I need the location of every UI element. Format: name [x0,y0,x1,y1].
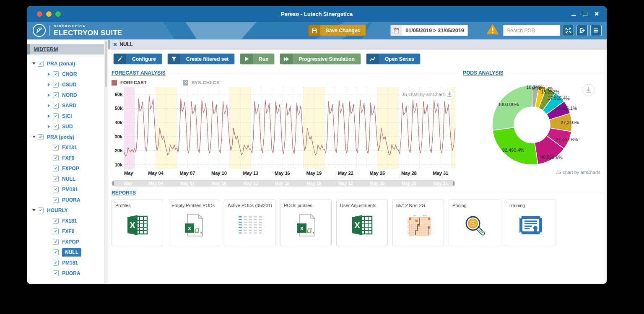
tree-item-pm181[interactable]: ✓PM181 [27,184,108,195]
checkbox-icon[interactable]: ✓ [38,61,44,67]
minimize-icon[interactable] [571,15,576,16]
report-card-user-adjustments[interactable]: User Adjustments X [336,200,388,246]
tree-item-fxf0[interactable]: ✓FXF0 [27,226,108,236]
tree-item-null[interactable]: ✓NULL [27,247,108,257]
checkbox-icon[interactable]: ✓ [53,176,59,182]
wand-icon [114,54,126,64]
save-changes-button[interactable]: Save Changes [308,25,366,36]
collapse-arrow-icon[interactable] [31,209,36,211]
checkbox-icon[interactable]: ✓ [53,124,59,130]
tree-item-csud[interactable]: ✓CSUD [27,79,108,90]
tree-item-sard[interactable]: ✓SARD [27,100,108,111]
menu-button[interactable] [590,25,602,36]
report-card-profiles[interactable]: Profiles X [112,200,163,246]
collapse-arrow-icon[interactable] [31,62,36,65]
checkbox-icon[interactable]: ✓ [53,71,59,77]
logout-button[interactable] [576,25,588,36]
search-pod-input[interactable] [503,25,560,36]
checkbox-icon[interactable]: ✓ [53,103,59,109]
create-filtered-set-button[interactable]: Create filtered set [167,53,235,65]
report-card-pricing[interactable]: Pricing $ [449,200,500,246]
checkbox-icon[interactable]: ✓ [53,197,59,203]
sidebar-scrollbar[interactable] [104,40,108,283]
expand-arrow-icon[interactable] [46,93,52,97]
tree-item-pra-pods-[interactable]: ✓PRA (pods) [27,132,108,142]
configure-button[interactable]: Configure [113,53,162,65]
checkbox-icon[interactable]: ✓ [38,208,44,213]
tree-item-fxf0[interactable]: ✓FXF0 [27,153,108,163]
checkbox-icon[interactable]: ✓ [53,82,59,88]
filter-icon [168,54,180,64]
checkbox-icon[interactable]: ✓ [53,249,59,255]
checkbox-icon[interactable]: ✓ [53,166,59,171]
tree-item-fxpop[interactable]: ✓FXPOP [27,163,108,174]
tab-close-icon[interactable]: ✖ [113,42,117,47]
tree-item-sici[interactable]: ✓SICI [27,111,108,121]
sys-check-swatch-icon: ✕ [183,80,188,86]
warning-icon[interactable] [486,24,499,37]
checkbox-icon[interactable]: ✓ [53,113,59,119]
run-button[interactable]: Run [240,53,275,65]
report-card-pods-profiles[interactable]: PODs profiles x a, [280,200,332,246]
progressive-simulation-button[interactable]: Progressive Simulation [280,53,361,65]
tree-item-hourly[interactable]: ✓HOURLY [27,205,108,215]
tree-item-pm181[interactable]: ✓PM181 [27,257,108,268]
checkbox-icon[interactable]: ✓ [53,187,59,192]
svg-text:S: S [408,218,409,220]
report-card-active-pods-05-2019-[interactable]: Active PODs (05/2019) [224,200,275,246]
checkbox-icon[interactable]: ✓ [38,134,44,140]
checkbox-icon[interactable]: ✓ [53,239,59,245]
maximize-icon[interactable] [583,12,587,16]
checkbox-icon[interactable]: ✓ [53,92,59,98]
checkbox-icon[interactable]: ✓ [53,260,59,266]
tree-item-nord[interactable]: ✓NORD [27,90,108,100]
tree-item-sud[interactable]: ✓SUD [27,121,108,132]
tree-item-pra-zonal-[interactable]: ✓PRA (zonal) [27,58,108,69]
tree-item-fxpop[interactable]: ✓FXPOP [27,236,108,247]
report-card-empty-profiles-pods[interactable]: Empty Profiles PODs x a, [168,200,219,246]
expand-arrow-icon[interactable] [46,114,52,118]
scrollbar-right-handle[interactable] [453,181,454,186]
pods-donut-chart[interactable]: 10,349%11,380.3%15,252%17,915.4%19,685.1… [463,77,603,178]
forecast-line-chart[interactable]: 10k20k30k40k50k60kMayMay 04May 07May 10M… [112,87,457,179]
tab-null[interactable]: NULL [119,42,133,47]
date-range-input[interactable] [402,25,468,36]
forecast-legend-label: FORECAST [120,80,147,85]
tree-item-puora[interactable]: ✓PUORA [27,268,108,278]
report-card-training[interactable]: Training [505,200,556,246]
scrollbar-label: May 13 [243,181,258,186]
csv-icon: x a, [171,208,216,242]
fast-forward-icon [280,54,293,64]
tree-item-label: PM181 [62,187,78,192]
expand-arrow-icon[interactable] [46,125,52,128]
expand-arrow-icon[interactable] [46,104,52,107]
open-series-button[interactable]: Open Series [366,53,421,65]
report-cards: Profiles XEmpty Profiles PODs x a,Active… [112,200,602,246]
svg-text:T: T [408,227,409,229]
chart-zoom-scrollbar[interactable]: MayMay 04May 07May 10May 13May 16May 19M… [112,180,455,187]
fullscreen-button[interactable] [563,25,574,36]
expand-arrow-icon[interactable] [46,73,52,76]
tree-item-null[interactable]: ✓NULL [27,174,108,184]
checkbox-icon[interactable]: ✓ [53,218,59,224]
scrollbar-label: May 10 [212,181,226,186]
tree-item-label: NULL [62,176,75,182]
checkbox-icon[interactable]: ✓ [53,270,59,276]
legend-item-sys-check[interactable]: ✕ SYS-CHECK [183,80,220,86]
tree-item-fx181[interactable]: ✓FX181 [27,215,108,226]
svg-text:60k: 60k [115,92,123,97]
tree-item-fx181[interactable]: ✓FX181 [27,142,108,153]
checkbox-icon[interactable]: ✓ [53,145,59,151]
legend-item-forecast[interactable]: FORECAST [112,80,147,86]
close-icon[interactable]: ✖ [594,11,599,17]
calendar-icon[interactable] [390,25,402,36]
scrollbar-left-handle[interactable] [112,181,114,186]
date-range-picker[interactable] [390,25,468,36]
tree-item-cnor[interactable]: ✓CNOR [27,69,108,79]
tree-item-puora[interactable]: ✓PUORA [27,195,108,205]
checkbox-icon[interactable]: ✓ [53,228,59,234]
report-card-65-12-non-2g[interactable]: 65/12 Non-2G Jan Feb SMTWTFS [392,200,444,246]
collapse-arrow-icon[interactable] [31,136,36,138]
expand-arrow-icon[interactable] [46,83,52,86]
checkbox-icon[interactable]: ✓ [53,155,59,161]
